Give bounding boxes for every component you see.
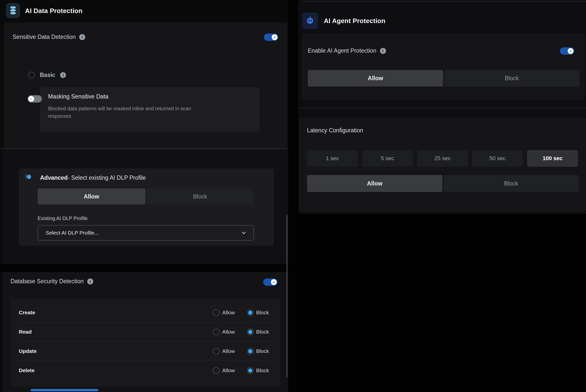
allow-radio-label: Allow [222,310,235,316]
allow-radio-label: Allow [222,367,235,373]
allow-radio-label: Allow [222,329,235,335]
table-row-create: Create Allow Block [11,303,280,322]
advanced-radio-label: Advanced [40,174,68,181]
horizontal-scrollbar-thumb[interactable] [31,389,98,391]
block-radio-label: Block [256,310,269,316]
ai-agent-protection-panel: AI Agent Protection Enable AI Agent Prot… [298,0,586,214]
panel-mid-divider [298,108,586,109]
row-label: Create [19,310,35,316]
database-security-toggle[interactable] [263,278,277,286]
allow-button[interactable]: Allow [38,188,145,205]
panel-top-divider [302,1,586,2]
latency-option-100sec[interactable]: 100 sec [527,150,578,167]
allow-radio[interactable] [213,348,220,355]
masking-title: Masking Sensitive Data [48,93,108,100]
database-security-section: Database Security Detection Create Allow… [3,272,288,392]
sensitive-data-detection-toggle[interactable] [264,34,278,41]
block-radio[interactable] [247,348,254,355]
database-icon-glyph [9,6,18,16]
toggle-check-icon [271,279,277,285]
database-icon [6,3,20,18]
latency-action-segmented: Allow Block [307,175,579,192]
allow-button[interactable]: Allow [307,175,442,192]
basic-radio[interactable] [28,72,35,78]
enable-agent-protection-toggle[interactable] [560,47,574,55]
page-title: AI Agent Protection [324,17,385,25]
enable-agent-protection-card: Enable AI Agent Protection Allow Block [302,33,585,100]
latency-option-50sec[interactable]: 50 sec [472,150,523,167]
masking-toggle[interactable] [28,95,42,103]
ai-dlp-profile-select-value: Select AI DLP Profile... [46,230,241,236]
masking-sensitive-data-card: Masking Sensitive Data Blocked data patt… [40,87,260,132]
advanced-radio[interactable] [26,173,27,179]
masking-description: Blocked data patterns will be masked inl… [48,105,209,120]
ai-data-protection-panel: AI Data Protection Sensitive Data Detect… [0,0,288,392]
block-button[interactable]: Block [443,175,579,192]
existing-profile-label: Existing AI DLP Profile [38,216,88,221]
sensitive-data-detection-label: Sensitive Data Detection [13,34,76,40]
latency-option-5sec[interactable]: 5 sec [362,150,413,167]
block-radio-label: Block [256,348,269,354]
basic-radio-label: Basic [40,72,55,78]
block-radio[interactable] [247,367,254,374]
database-security-label: Database Security Detection [11,278,84,285]
agent-action-segmented: Allow Block [308,70,579,86]
latency-option-1sec[interactable]: 1 sec [307,150,358,167]
info-icon[interactable] [79,34,85,40]
allow-radio[interactable] [213,309,220,316]
page-title: AI Data Protection [25,7,82,15]
allow-radio[interactable] [213,329,220,335]
sensitive-data-detection-section: Sensitive Data Detection Basic Masking S… [4,23,287,148]
advanced-section: Advanced- Select existing AI DLP Profile… [2,149,288,264]
latency-configuration-title: Latency Configuration [307,127,363,134]
toggle-check-icon [568,48,573,54]
section-gap [0,264,288,272]
toggle-check-icon [272,34,277,40]
block-radio-label: Block [256,367,269,373]
block-radio[interactable] [247,329,254,335]
latency-options: 1 sec 5 sec 25 sec 50 sec 100 sec [307,150,578,167]
row-label: Delete [19,367,35,373]
robot-icon-glyph [305,16,315,26]
table-row-read: Read Allow Block [11,322,280,341]
block-radio[interactable] [247,309,254,316]
allow-button[interactable]: Allow [308,70,443,86]
vertical-scrollbar[interactable] [286,215,287,377]
info-icon[interactable] [87,278,93,284]
block-button[interactable]: Block [146,188,254,205]
toggle-minus-icon [28,96,34,102]
enable-agent-protection-label: Enable AI Agent Protection [308,47,376,54]
info-icon[interactable] [380,48,386,54]
allow-radio-label: Allow [222,348,235,354]
latency-configuration-card: Latency Configuration 1 sec 5 sec 25 sec… [299,118,586,212]
advanced-action-segmented: Allow Block [38,188,254,205]
chevron-down-icon [241,230,247,236]
table-row-delete: Delete Allow Block [11,361,280,380]
ai-dlp-profile-select[interactable]: Select AI DLP Profile... [38,225,254,241]
advanced-card: Advanced- Select existing AI DLP Profile… [19,168,274,246]
crud-permissions-card: Create Allow Block Read Allow Block [11,299,280,386]
advanced-radio-sublabel: - Select existing AI DLP Profile [68,174,146,181]
row-label: Read [19,329,32,335]
table-row-update: Update Allow Block [11,342,280,361]
block-radio-label: Block [256,329,269,335]
block-button[interactable]: Block [444,70,579,86]
info-icon[interactable] [60,72,66,78]
row-label: Update [19,348,37,354]
latency-option-25sec[interactable]: 25 sec [417,150,468,167]
allow-radio[interactable] [213,367,220,374]
robot-icon [302,13,318,29]
